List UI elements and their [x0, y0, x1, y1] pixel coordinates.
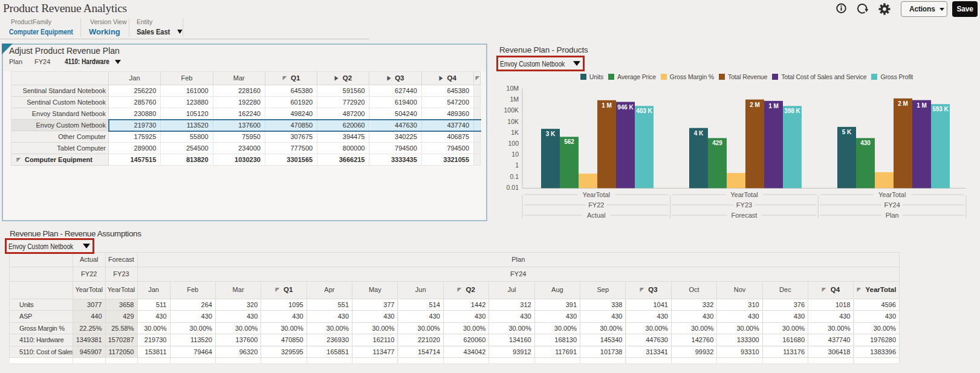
svg-text:1 M: 1 M: [917, 102, 927, 109]
svg-text:946 K: 946 K: [617, 104, 634, 111]
svg-text:Forecast: Forecast: [732, 212, 758, 219]
svg-text:593 K: 593 K: [932, 106, 949, 112]
svg-text:Plan: Plan: [886, 212, 899, 219]
svg-text:4 K: 4 K: [694, 130, 704, 137]
svg-text:YearTotal: YearTotal: [583, 191, 610, 198]
svg-text:1: 1: [515, 161, 519, 169]
svg-text:5 K: 5 K: [842, 129, 852, 135]
svg-text:0.01: 0.01: [507, 184, 519, 191]
svg-text:403 K: 403 K: [636, 108, 652, 114]
svg-text:YearTotal: YearTotal: [730, 191, 758, 198]
svg-text:0.1: 0.1: [510, 173, 519, 180]
svg-text:429: 429: [712, 140, 722, 146]
svg-text:FY24: FY24: [884, 201, 900, 209]
svg-text:10K: 10K: [507, 118, 519, 125]
svg-text:1 M: 1 M: [768, 103, 779, 109]
svg-text:1 M: 1 M: [602, 102, 612, 109]
svg-text:Actual: Actual: [587, 212, 606, 219]
svg-text:FY22: FY22: [588, 201, 604, 209]
svg-text:1M: 1M: [510, 96, 519, 103]
svg-text:430: 430: [860, 140, 871, 146]
svg-text:2 M: 2 M: [898, 100, 908, 107]
svg-text:10M: 10M: [507, 85, 519, 92]
svg-text:FY23: FY23: [736, 201, 752, 209]
svg-text:10: 10: [511, 151, 519, 158]
svg-text:100: 100: [508, 140, 519, 147]
svg-text:100K: 100K: [504, 106, 519, 114]
svg-text:2 M: 2 M: [750, 102, 760, 108]
svg-text:562: 562: [564, 138, 574, 145]
svg-text:1K: 1K: [511, 129, 519, 136]
svg-text:3 K: 3 K: [546, 131, 556, 137]
svg-text:YearTotal: YearTotal: [878, 191, 906, 198]
svg-text:398 K: 398 K: [784, 108, 800, 114]
